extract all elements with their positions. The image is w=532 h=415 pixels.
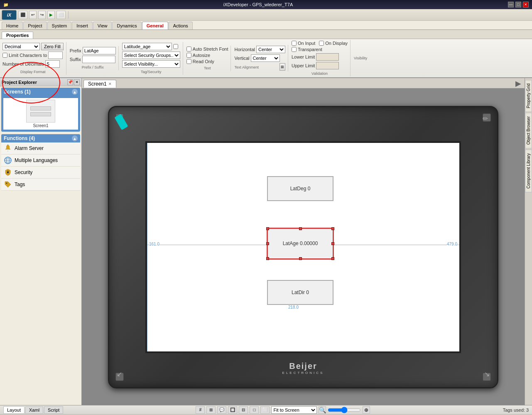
auto-stretch-label: Auto Stretch Font: [193, 47, 228, 52]
function-multiple-languages[interactable]: Multiple Languages: [1, 155, 80, 167]
handle-tl[interactable]: [266, 227, 269, 230]
prefix-input[interactable]: [83, 47, 116, 54]
globe-icon: [4, 156, 12, 165]
beijer-brand: Beijer: [282, 361, 324, 371]
function-security[interactable]: Security: [1, 167, 80, 179]
limit-chars-cb[interactable]: [2, 53, 7, 58]
comment-btn[interactable]: 🔲: [228, 406, 237, 414]
close-btn[interactable]: ✕: [523, 2, 529, 7]
ribbon: iX ⬛ ↩ ↪ ▶ ⬜ Home Project System Insert …: [0, 9, 532, 30]
on-input-row: On Input On Display: [292, 41, 348, 46]
function-tags[interactable]: Tags: [1, 179, 80, 191]
right-panel: Property Grid Object Browser Component L…: [525, 78, 532, 405]
view-btn[interactable]: □: [250, 406, 259, 414]
tab-general[interactable]: General: [142, 22, 168, 29]
transparent-cb[interactable]: [292, 47, 297, 52]
autosize-cb[interactable]: [186, 53, 191, 58]
security-group-select[interactable]: Select Security Groups...: [122, 52, 180, 59]
right-tab-component-library[interactable]: Component Library: [525, 150, 532, 192]
on-input-cb[interactable]: [292, 41, 297, 46]
canvas-scroll-right[interactable]: ▶: [514, 79, 523, 88]
format-select[interactable]: Decimal: [2, 43, 40, 50]
lower-limit-input[interactable]: [316, 53, 339, 61]
latage-label: LatAge 0.00000: [283, 241, 318, 246]
grid-btn[interactable]: #: [196, 406, 205, 414]
read-only-cb[interactable]: [186, 59, 191, 64]
toolbar-undo[interactable]: ↩: [29, 11, 37, 19]
right-tab-property-grid[interactable]: Property Grid: [525, 80, 532, 112]
horizontal-label: Horizontal: [234, 47, 255, 52]
panel-pin-btn[interactable]: 📌: [67, 79, 73, 85]
toolbar-run[interactable]: ▶: [47, 11, 55, 19]
handle-tr[interactable]: [331, 227, 334, 230]
zoom-in-btn[interactable]: ⊕: [363, 406, 370, 414]
visibility-select[interactable]: Select Visibility...: [122, 60, 180, 68]
handle-tc[interactable]: [299, 227, 302, 230]
preview-row-1: [30, 106, 51, 111]
screen1-canvas-tab[interactable]: Screen1 ✕: [83, 80, 116, 88]
tag-row: Latitude_age: [122, 43, 180, 50]
layout-tab[interactable]: Layout: [3, 406, 25, 414]
xaml-tab[interactable]: Xaml: [25, 406, 43, 414]
latage-widget[interactable]: LatAge 0.00000: [267, 228, 333, 259]
suffix-row: Suffix: [70, 56, 116, 63]
maximize-btn[interactable]: □: [515, 2, 521, 7]
tag-select[interactable]: Latitude_age: [122, 43, 172, 50]
panel-close-btn[interactable]: ✕: [74, 79, 80, 85]
tab-dynamics[interactable]: Dynamics: [112, 22, 141, 29]
device-screen[interactable]: LatDeg 0 LatAge 0.00000: [145, 141, 461, 353]
latdir-widget[interactable]: LatDir 0: [267, 280, 333, 305]
on-display-cb[interactable]: [319, 41, 324, 46]
handle-mr[interactable]: [331, 242, 334, 245]
toolbar-sep: [68, 11, 69, 19]
vertical-select[interactable]: Center Top Bottom: [251, 54, 280, 62]
num-decimals-input[interactable]: [45, 60, 60, 68]
extra-btn[interactable]: ⬜: [260, 406, 270, 414]
vertical-row: Vertical Center Top Bottom: [234, 54, 285, 62]
bottom-toolbar: # ⊞ 💬 🔲 ⊟ □ ⬜ Fit to Screen 100% 75% 50%…: [196, 406, 370, 414]
screen1-thumb[interactable]: Screen1: [2, 97, 79, 130]
auto-stretch-cb[interactable]: [186, 47, 191, 52]
transparent-label: Transparent: [298, 47, 322, 52]
tag-cb[interactable]: [173, 44, 178, 49]
device-frame: ✏ ↙ ↘ LatDeg 0: [108, 106, 498, 388]
chat-btn[interactable]: 💬: [217, 406, 226, 414]
canvas-tab-close[interactable]: ✕: [108, 82, 112, 86]
canvas-container: ✏ ↙ ↘ LatDeg 0: [82, 88, 525, 405]
zoom-slider[interactable]: [328, 407, 361, 413]
align-btn[interactable]: ⊟: [239, 406, 248, 414]
screens-expand-btn[interactable]: ▲: [72, 89, 78, 95]
zoom-out-btn[interactable]: 🔍: [319, 406, 326, 414]
zero-fill-btn[interactable]: Zero Fill: [41, 43, 64, 50]
handle-br[interactable]: [331, 257, 334, 260]
handle-bl[interactable]: [266, 257, 269, 260]
function-alarm-server[interactable]: Alarm Server: [1, 142, 80, 155]
fit-to-screen-select[interactable]: Fit to Screen 100% 75% 50%: [271, 406, 317, 414]
tag-security-group: Latitude_age Select Security Groups... S…: [121, 42, 183, 75]
tab-view[interactable]: View: [93, 22, 112, 29]
latdeg-widget[interactable]: LatDeg 0: [267, 176, 333, 201]
tab-project[interactable]: Project: [23, 22, 47, 29]
script-tab[interactable]: Script: [44, 406, 63, 414]
upper-limit-input[interactable]: [316, 62, 339, 69]
tab-system[interactable]: System: [47, 22, 72, 29]
tab-actions[interactable]: Actions: [169, 22, 193, 29]
handle-ml[interactable]: [266, 242, 269, 245]
handle-bc[interactable]: [299, 257, 302, 260]
properties-tab[interactable]: Properties: [2, 32, 33, 39]
zoom-fit-btn[interactable]: ⊞: [206, 406, 216, 414]
right-tab-object-browser[interactable]: Object Browser: [525, 113, 532, 148]
latdir-label: LatDir 0: [292, 290, 309, 295]
alignment-expand-btn[interactable]: ⊞: [279, 63, 285, 71]
minimize-btn[interactable]: —: [508, 2, 514, 7]
functions-expand-btn[interactable]: ▲: [72, 135, 78, 141]
functions-section: Functions (4) ▲ Alarm Server: [1, 134, 80, 191]
tab-insert[interactable]: Insert: [72, 22, 93, 29]
toolbar-misc[interactable]: ⬜: [56, 11, 66, 19]
horizontal-select[interactable]: Center Left Right: [256, 46, 285, 53]
suffix-input[interactable]: [82, 56, 115, 63]
toolbar-redo[interactable]: ↪: [38, 11, 46, 19]
limit-chars-value[interactable]: [48, 52, 63, 59]
toolbar-new[interactable]: ⬛: [18, 11, 27, 19]
tab-home[interactable]: Home: [2, 22, 23, 29]
